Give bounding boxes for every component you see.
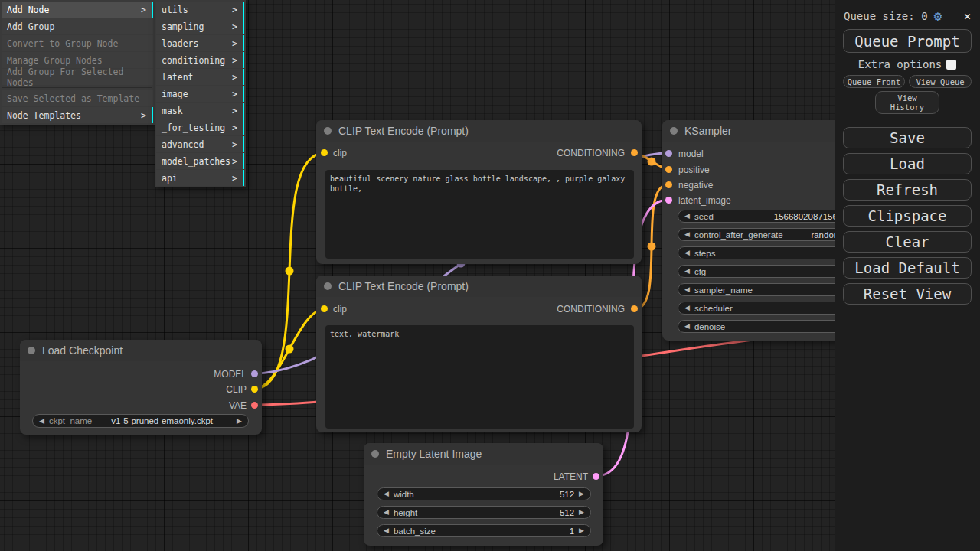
submenu-item-api[interactable]: api > [156,170,244,186]
submenu-item-model-patches[interactable]: model_patches > [156,153,244,169]
sidebar-menu: Queue size: 0 ⚙ ✕ Queue Prompt Extra opt… [835,0,980,551]
submenu-arrow-icon: > [141,5,146,15]
decrement-arrow-icon[interactable]: ◀ [384,507,389,518]
link-dot [648,158,656,166]
output-slot-model[interactable] [251,370,258,377]
increment-arrow-icon[interactable]: ▶ [579,507,584,518]
node-clip-text-encode-negative[interactable]: CLIP Text Encode (Prompt) clip CONDITION… [316,276,642,432]
increment-arrow-icon[interactable]: ▶ [579,488,584,500]
output-label-latent: LATENT [554,472,588,481]
settings-gear-icon[interactable]: ⚙ [934,11,942,21]
refresh-button[interactable]: Refresh [843,179,972,201]
submenu-item-for-testing[interactable]: _for_testing > [156,119,244,135]
submenu-item-image[interactable]: image > [156,86,244,102]
widget-label: cfg [694,267,706,276]
submenu-item-sampling[interactable]: sampling > [156,18,244,34]
clipspace-button[interactable]: Clipspace [843,205,972,227]
view-history-button[interactable]: View History [875,91,939,114]
extra-options-label: Extra options [858,58,942,70]
queue-front-button[interactable]: Queue Front [843,75,905,88]
menu-item-label: mask [162,106,183,116]
node-empty-latent-image[interactable]: Empty Latent Image LATENT ◀ width 512 ▶ … [364,443,603,546]
node-load-checkpoint[interactable]: Load Checkpoint MODEL CLIP VAE ◀ ckpt_na… [20,340,262,435]
increment-arrow-icon[interactable]: ▶ [579,525,584,536]
node-title-bar[interactable]: Load Checkpoint [20,340,262,361]
output-slot-vae[interactable] [251,402,258,409]
submenu-item-utils[interactable]: utils > [156,2,244,18]
output-slot-conditioning[interactable] [631,305,638,312]
decrement-arrow-icon[interactable]: ◀ [384,488,389,500]
collapse-dot-icon[interactable] [324,282,332,290]
input-slot-negative[interactable] [665,181,672,188]
input-label-clip: clip [333,148,347,158]
submenu-arrow-icon: > [232,173,237,184]
prompt-textarea[interactable]: text, watermark [325,325,634,429]
widget-label: seed [694,212,714,221]
extra-options-checkbox[interactable] [946,60,956,70]
load-button[interactable]: Load [843,153,972,174]
decrement-arrow-icon[interactable]: ◀ [684,284,690,295]
save-button[interactable]: Save [843,127,972,148]
prev-arrow-icon[interactable]: ◀ [39,416,44,427]
widget-height[interactable]: ◀ height 512 ▶ [377,506,591,519]
prompt-textarea[interactable]: beautiful scenery nature glass bottle la… [325,170,634,259]
menu-item-add-group-for-selected-nodes: Add Group For Selected Nodes [2,69,153,85]
decrement-arrow-icon[interactable]: ◀ [684,266,690,277]
load-default-button[interactable]: Load Default [843,257,972,279]
widget-width[interactable]: ◀ width 512 ▶ [377,487,591,500]
input-slot-model[interactable] [665,150,672,157]
node-title-bar[interactable]: CLIP Text Encode (Prompt) [316,120,642,142]
submenu-item-latent[interactable]: latent > [156,69,244,85]
submenu-arrow-icon: > [232,72,237,83]
menu-item-node-templates[interactable]: Node Templates > [2,107,153,123]
widget-ckpt-name[interactable]: ◀ ckpt_name v1-5-pruned-emaonly.ckpt ▶ [32,414,249,428]
submenu-arrow-icon: > [232,89,237,99]
output-slot-conditioning[interactable] [631,149,638,156]
queue-prompt-button[interactable]: Queue Prompt [843,29,972,53]
view-queue-button[interactable]: View Queue [909,75,972,88]
decrement-arrow-icon[interactable]: ◀ [684,247,690,259]
menu-item-label: Add Group [7,21,54,32]
submenu-item-loaders[interactable]: loaders > [156,35,244,51]
extra-options-row: Extra options [835,58,980,70]
widget-batch-size[interactable]: ◀ batch_size 1 ▶ [377,524,591,537]
close-icon[interactable]: ✕ [964,9,971,23]
collapse-dot-icon[interactable] [371,450,379,458]
menu-item-add-group[interactable]: Add Group [2,18,153,34]
node-title: Empty Latent Image [386,448,482,460]
node-title-bar[interactable]: Empty Latent Image [364,443,603,465]
input-label-positive: positive [678,165,710,174]
reset-view-button[interactable]: Reset View [843,283,972,305]
menu-item-label: api [162,173,178,184]
collapse-dot-icon[interactable] [670,127,678,135]
submenu-item-mask[interactable]: mask > [156,103,244,119]
comfyui-canvas[interactable]: { "icons": { "submenu_arrow": ">", "widg… [0,0,980,551]
decrement-arrow-icon[interactable]: ◀ [684,229,690,240]
output-slot-clip[interactable] [251,386,258,393]
input-slot-latent-image[interactable] [665,197,672,204]
decrement-arrow-icon[interactable]: ◀ [684,321,690,332]
menu-item-add-node[interactable]: Add Node > [2,2,153,18]
decrement-arrow-icon[interactable]: ◀ [384,525,389,536]
menu-item-label: latent [162,72,194,83]
view-history-line2: History [890,103,924,112]
context-menu: Add Node > Add Group Convert to Group No… [0,0,155,125]
widget-value: 1 [570,527,579,536]
next-arrow-icon[interactable]: ▶ [237,416,242,427]
clear-button[interactable]: Clear [843,231,972,253]
input-slot-clip[interactable] [321,149,328,156]
collapse-dot-icon[interactable] [28,347,35,354]
collapse-dot-icon[interactable] [324,127,332,135]
submenu-item-advanced[interactable]: advanced > [156,136,244,152]
input-slot-positive[interactable] [665,166,672,173]
submenu-arrow-icon: > [232,38,237,49]
node-clip-text-encode-positive[interactable]: CLIP Text Encode (Prompt) clip CONDITION… [316,120,642,264]
decrement-arrow-icon[interactable]: ◀ [684,302,690,314]
link-dot [648,243,656,251]
node-title: CLIP Text Encode (Prompt) [338,280,469,292]
submenu-item-conditioning[interactable]: conditioning > [156,52,244,68]
decrement-arrow-icon[interactable]: ◀ [684,210,690,222]
node-title-bar[interactable]: CLIP Text Encode (Prompt) [316,276,642,297]
output-slot-latent[interactable] [593,473,599,480]
input-slot-clip[interactable] [321,305,328,312]
